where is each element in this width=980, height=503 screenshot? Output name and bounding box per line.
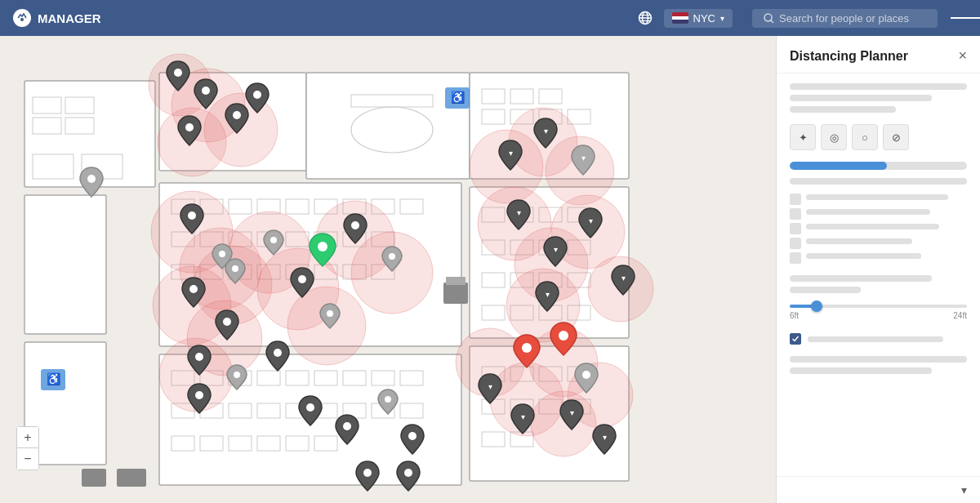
panel-close-button[interactable]: × — [958, 47, 967, 65]
row-line-1 — [806, 194, 948, 200]
svg-text:▾: ▾ — [509, 149, 513, 158]
svg-point-170 — [363, 469, 372, 477]
tool-wand-button[interactable]: ✦ — [790, 124, 816, 150]
svg-point-148 — [174, 69, 182, 77]
svg-point-155 — [195, 353, 203, 361]
checkbox-button[interactable] — [790, 333, 801, 345]
svg-point-161 — [389, 253, 395, 260]
progress-bar-fill — [790, 162, 887, 170]
location-selector[interactable]: NYC ▾ — [664, 9, 733, 28]
svg-point-168 — [385, 396, 391, 403]
data-row-2 — [790, 208, 967, 220]
distance-slider-section: 6ft 24ft — [790, 305, 967, 320]
svg-text:▾: ▾ — [570, 408, 574, 417]
sk-bot-2 — [790, 367, 932, 374]
panel-footer-chevron-icon[interactable]: ▾ — [961, 483, 967, 496]
tool-block-button[interactable]: ⊘ — [883, 124, 909, 150]
top-navigation: MANAGER NYC ▾ — [0, 0, 980, 36]
search-bar[interactable] — [752, 9, 938, 28]
panel-footer: ▾ — [777, 476, 980, 503]
skeleton-line-2 — [790, 95, 932, 101]
zoom-in-button[interactable]: + — [17, 427, 38, 448]
panel-skeleton-top — [790, 83, 967, 113]
globe-button[interactable] — [633, 6, 657, 30]
svg-point-182 — [582, 371, 590, 379]
distancing-planner-panel: Distancing Planner × ✦ ◎ ○ ⊘ — [776, 36, 980, 503]
svg-point-171 — [404, 469, 412, 477]
slider-min-label: 6ft — [790, 311, 799, 320]
data-rows-section — [790, 194, 967, 264]
svg-point-144 — [531, 391, 596, 456]
search-input[interactable] — [779, 12, 926, 24]
slider-max-label: 24ft — [953, 311, 967, 320]
checkbox-section — [790, 333, 967, 345]
floor-plan-svg: ♿ ♿ — [0, 36, 776, 503]
svg-point-162 — [318, 242, 327, 252]
sk-xs-1 — [790, 287, 861, 293]
svg-rect-114 — [446, 277, 466, 285]
svg-rect-116 — [117, 469, 146, 487]
slider-thumb[interactable] — [811, 300, 822, 312]
zoom-controls: + − — [16, 426, 39, 470]
svg-point-149 — [253, 91, 261, 99]
zoom-out-button[interactable]: − — [17, 448, 38, 470]
nav-center-controls: NYC ▾ — [633, 3, 980, 33]
svg-point-160 — [351, 221, 359, 229]
svg-rect-115 — [82, 469, 106, 487]
svg-text:▾: ▾ — [517, 208, 521, 217]
hamburger-menu[interactable] — [951, 3, 980, 33]
panel-body: ✦ ◎ ○ ⊘ — [777, 73, 980, 476]
svg-point-154 — [223, 318, 231, 326]
checkbox-label — [808, 336, 967, 342]
sk-med-1 — [790, 275, 932, 282]
svg-point-129 — [287, 287, 366, 365]
row-line-3 — [806, 224, 939, 229]
svg-point-150 — [87, 175, 96, 183]
svg-text:▾: ▾ — [546, 290, 550, 299]
progress-section — [790, 162, 967, 264]
svg-text:▾: ▾ — [544, 127, 548, 136]
tool-circle-button[interactable]: ○ — [852, 124, 878, 150]
svg-point-166 — [306, 403, 314, 412]
svg-text:▾: ▾ — [488, 382, 492, 391]
data-row-4 — [790, 238, 967, 249]
svg-text:▾: ▾ — [521, 412, 525, 421]
location-chevron: ▾ — [720, 14, 724, 23]
svg-point-165 — [274, 349, 282, 357]
panel-skeleton-middle — [790, 275, 967, 293]
tool-camera-button[interactable]: ◎ — [821, 124, 847, 150]
row-indicator-2 — [790, 208, 801, 220]
location-name: NYC — [693, 12, 715, 24]
app-logo: MANAGER — [0, 9, 114, 27]
svg-rect-113 — [443, 283, 468, 304]
slider-labels: 6ft 24ft — [790, 311, 967, 320]
data-row-5 — [790, 252, 967, 264]
svg-point-146 — [233, 111, 241, 119]
progress-bar-track — [790, 162, 967, 170]
svg-text:▾: ▾ — [589, 216, 593, 225]
skeleton-line-3 — [790, 106, 896, 113]
svg-point-180 — [522, 343, 532, 353]
svg-text:▾: ▾ — [621, 274, 626, 283]
svg-point-153 — [189, 285, 198, 293]
svg-point-131 — [351, 232, 433, 314]
svg-rect-11 — [306, 73, 470, 179]
row-line-5 — [806, 253, 921, 259]
svg-point-163 — [195, 391, 203, 399]
svg-text:▾: ▾ — [581, 154, 586, 162]
row-indicator-1 — [790, 194, 801, 205]
svg-point-164 — [234, 372, 240, 378]
svg-point-181 — [559, 331, 568, 341]
map-area[interactable]: ♿ ♿ — [0, 36, 776, 503]
svg-point-167 — [343, 422, 351, 430]
row-indicator-3 — [790, 223, 801, 234]
svg-point-169 — [408, 432, 416, 440]
panel-skeleton-bottom — [790, 356, 967, 374]
slider-track[interactable] — [790, 305, 967, 308]
svg-point-159 — [327, 310, 333, 317]
data-row-3 — [790, 223, 967, 234]
svg-point-145 — [202, 87, 210, 95]
app-name: MANAGER — [38, 11, 101, 25]
row-indicator-5 — [790, 252, 801, 264]
panel-tools: ✦ ◎ ○ ⊘ — [790, 124, 967, 150]
